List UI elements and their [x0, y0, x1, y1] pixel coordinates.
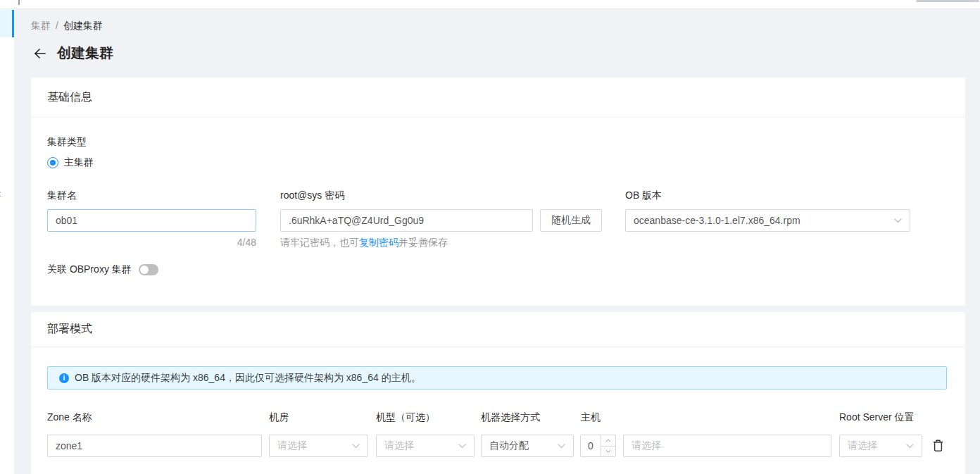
- obproxy-toggle[interactable]: [139, 264, 158, 275]
- chevron-down-icon: [894, 218, 902, 223]
- rootserver-label: Root Server 位置: [839, 411, 915, 424]
- password-hint-prefix: 请牢记密码，也可: [280, 237, 359, 248]
- host-count-stepper: [580, 435, 616, 457]
- idc-label: 机房: [269, 411, 289, 424]
- host-placeholder: 请选择: [632, 439, 823, 452]
- deploy-mode-section-title: 部署模式: [31, 312, 965, 347]
- machine-type-select[interactable]: 请选择: [376, 435, 475, 457]
- sidebar-active-item[interactable]: [0, 10, 14, 37]
- basic-info-section-title: 基础信息: [31, 77, 965, 118]
- stepper-up-button[interactable]: [601, 435, 615, 447]
- stepper-down-button[interactable]: [601, 447, 615, 457]
- basic-info-card: 基础信息 集群类型 主集群 集群名 4/48 root@sys 密码 随机生成 …: [31, 77, 965, 306]
- cluster-name-counter: 4/48: [47, 237, 256, 248]
- password-hint-suffix: 并妥善保存: [398, 237, 448, 248]
- copy-password-link[interactable]: 复制密码: [359, 237, 398, 248]
- breadcrumb: 集群/创建集群: [31, 20, 103, 32]
- delete-zone-button[interactable]: [932, 439, 945, 453]
- toggle-knob: [140, 266, 149, 274]
- password-label: root@sys 密码: [280, 189, 344, 202]
- password-input[interactable]: [280, 209, 533, 232]
- machine-type-placeholder: 请选择: [384, 439, 454, 452]
- obproxy-label: 关联 OBProxy 集群: [47, 263, 132, 276]
- rootserver-select[interactable]: 请选择: [839, 435, 922, 457]
- arrow-left-icon: [34, 48, 46, 59]
- radio-icon: [47, 157, 58, 168]
- selection-mode-label: 机器选择方式: [481, 411, 540, 424]
- cluster-type-radio-label: 主集群: [64, 156, 94, 169]
- idc-placeholder: 请选择: [277, 439, 348, 452]
- breadcrumb-current: 创建集群: [63, 20, 103, 31]
- zone-name-input[interactable]: [47, 435, 262, 457]
- chevron-down-icon: [906, 444, 914, 449]
- trash-icon: [932, 439, 944, 452]
- horizontal-scrollbar-thumb[interactable]: [916, 0, 979, 2]
- chevron-down-icon: [558, 444, 565, 449]
- main-content: 集群/创建集群 创建集群 基础信息 集群类型 主集群 集群名 4/48 root…: [14, 9, 980, 474]
- vertical-scrollbar-thumb[interactable]: [18, 0, 20, 5]
- arch-info-alert: i OB 版本对应的硬件架构为 x86_64，因此仅可选择硬件架构为 x86_6…: [47, 366, 947, 389]
- selection-mode-select[interactable]: 自动分配: [481, 435, 574, 457]
- cluster-name-label: 集群名: [47, 189, 77, 202]
- top-header-strip: [0, 0, 980, 9]
- radio-dot: [50, 160, 56, 166]
- page-title: 创建集群: [57, 44, 113, 63]
- ob-version-select[interactable]: oceanbase-ce-3.1.0-1.el7.x86_64.rpm: [625, 209, 910, 232]
- chevron-down-icon: [605, 449, 611, 453]
- info-icon: i: [59, 373, 69, 383]
- deploy-mode-card: 部署模式 i OB 版本对应的硬件架构为 x86_64，因此仅可选择硬件架构为 …: [31, 312, 965, 474]
- sidebar-active-indicator: [12, 10, 14, 37]
- host-label: 主机: [581, 411, 601, 424]
- cluster-type-radio-primary[interactable]: 主集群: [47, 156, 94, 169]
- chevron-down-icon: [458, 444, 466, 449]
- breadcrumb-clusters-link[interactable]: 集群: [31, 20, 51, 31]
- cluster-type-label: 集群类型: [47, 136, 87, 149]
- selection-mode-value: 自动分配: [489, 439, 553, 452]
- password-hint: 请牢记密码，也可复制密码并妥善保存: [280, 237, 448, 249]
- idc-select[interactable]: 请选择: [269, 435, 368, 457]
- chevron-up-icon: [605, 439, 611, 442]
- chevron-down-icon: [352, 444, 360, 449]
- cluster-name-input[interactable]: [47, 209, 256, 232]
- machine-type-label: 机型（可选）: [376, 411, 435, 424]
- arch-info-alert-text: OB 版本对应的硬件架构为 x86_64，因此仅可选择硬件架构为 x86_64 …: [75, 372, 421, 385]
- host-count-input[interactable]: [581, 435, 601, 456]
- breadcrumb-separator: /: [56, 20, 58, 31]
- generate-password-button[interactable]: 随机生成: [540, 209, 602, 232]
- ob-version-label: OB 版本: [625, 189, 662, 202]
- stepper-controls: [601, 435, 615, 456]
- sidebar-collapse-icon[interactable]: ‹: [0, 187, 1, 201]
- host-select[interactable]: 请选择: [623, 435, 831, 457]
- obproxy-toggle-row: 关联 OBProxy 集群: [47, 263, 158, 276]
- sidebar-collapsed: ‹: [0, 9, 14, 474]
- back-button[interactable]: [32, 46, 48, 61]
- ob-version-value: oceanbase-ce-3.1.0-1.el7.x86_64.rpm: [634, 215, 890, 226]
- page-header: 创建集群: [32, 44, 113, 63]
- zone-name-label: Zone 名称: [47, 411, 92, 424]
- rootserver-placeholder: 请选择: [848, 439, 902, 452]
